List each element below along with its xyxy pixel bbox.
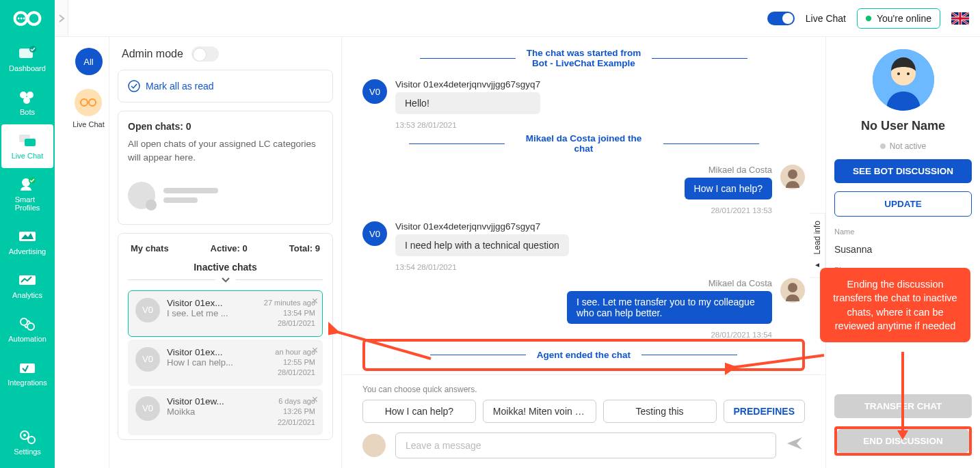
agent-avatar xyxy=(780,278,805,303)
quick-answers-label: You can choose quick answers. xyxy=(362,385,805,394)
my-chats-label: My chats xyxy=(131,243,169,253)
online-status-button[interactable]: You're online xyxy=(857,8,940,29)
nav-smart-profiles[interactable]: SmartProfiles xyxy=(0,168,55,220)
chat-item-preview: I see. Let me ... xyxy=(167,308,257,318)
language-flag-button[interactable] xyxy=(951,12,969,25)
annotation-highlight-end-message: Agent ended the chat xyxy=(362,339,805,371)
nav-integrations[interactable]: Integrations xyxy=(0,351,55,395)
see-bot-discussion-button[interactable]: SEE BOT DISCUSSION xyxy=(834,159,972,183)
filter-livechat-button[interactable] xyxy=(75,89,102,116)
message-timestamp: 13:54 28/01/2021 xyxy=(395,263,805,271)
nav-analytics[interactable]: Analytics xyxy=(0,264,55,307)
message-bubble: Hello! xyxy=(395,92,540,114)
filter-all-button[interactable]: All xyxy=(75,48,103,75)
transfer-chat-button[interactable]: TRANSFER CHAT xyxy=(834,394,972,418)
svg-point-27 xyxy=(788,169,797,179)
end-discussion-button[interactable]: END DISCUSSION xyxy=(837,429,969,453)
chat-item-name: Visitor 01ex... xyxy=(167,347,268,357)
svg-point-28 xyxy=(788,283,797,292)
chevron-down-icon[interactable] xyxy=(221,277,230,284)
chat-item-close-icon[interactable]: × xyxy=(312,394,318,406)
system-message: Mikael da Costa joined the chat xyxy=(362,129,805,158)
svg-point-1 xyxy=(28,12,40,25)
agent-avatar xyxy=(780,165,805,189)
chat-item-date: 28/01/2021 xyxy=(275,368,315,378)
nav-bots[interactable]: Bots xyxy=(0,81,55,124)
svg-point-25 xyxy=(89,99,96,106)
profiles-icon xyxy=(18,176,37,193)
svg-point-32 xyxy=(907,72,910,75)
chat-item-name: Visitor 01ew... xyxy=(167,396,271,407)
expand-sidebar-button[interactable] xyxy=(55,0,68,37)
nav-dashboard[interactable]: Dashboard xyxy=(0,37,55,81)
user-status: Not active xyxy=(834,141,972,151)
settings-icon xyxy=(18,428,37,445)
advertising-icon xyxy=(18,228,37,245)
chat-avatar: V0 xyxy=(135,298,160,322)
nav-livechat[interactable]: Live Chat xyxy=(1,124,53,168)
visitor-name: Visitor 01ex4deterjqnvvjjgg67sgyq7 xyxy=(395,79,540,90)
system-message: The chat was started fromBot - LiveChat … xyxy=(362,44,805,72)
field-label-name: Name xyxy=(834,228,972,236)
svg-point-2 xyxy=(18,18,20,20)
nav-label: Dashboard xyxy=(9,64,46,72)
chat-item-close-icon[interactable]: × xyxy=(312,295,318,307)
message-timestamp: 13:53 28/01/2021 xyxy=(395,121,805,129)
svg-point-31 xyxy=(897,72,900,75)
lead-panel: No User Name Not active SEE BOT DISCUSSI… xyxy=(825,37,980,468)
top-bar: Live Chat You're online xyxy=(55,0,980,37)
livechat-toggle-label: Live Chat xyxy=(806,13,846,24)
send-button[interactable] xyxy=(786,436,805,455)
status-dot-icon xyxy=(866,16,871,21)
message-timestamp: 28/01/2021 13:53 xyxy=(362,206,772,215)
livechat-icon xyxy=(18,133,37,149)
chat-avatar: V0 xyxy=(135,347,160,372)
inactive-chats-header: Inactive chats xyxy=(128,262,323,273)
visitor-avatar: V0 xyxy=(362,221,387,246)
nav-automation[interactable]: Automation xyxy=(0,307,55,351)
chat-list-item[interactable]: V0 Visitor 01ew... Moikka 6 days ago 13:… xyxy=(128,389,323,435)
chat-list-item[interactable]: V0 Visitor 01ex... How I can help... an … xyxy=(128,340,323,386)
mark-all-read-label: Mark all as read xyxy=(146,81,214,92)
filter-livechat-label: Live Chat xyxy=(72,120,104,128)
brand-logo xyxy=(0,0,55,37)
mark-all-read-button[interactable]: Mark all as read xyxy=(128,80,323,92)
chat-list-item[interactable]: V0 Visitor 01ex... I see. Let me ... 27 … xyxy=(128,290,323,337)
quick-answer-button[interactable]: Testing this xyxy=(603,400,717,423)
chat-item-date: 22/01/2021 xyxy=(278,417,315,428)
update-button[interactable]: UPDATE xyxy=(834,191,972,217)
nav-label: Integrations xyxy=(8,378,47,387)
message-input[interactable] xyxy=(395,432,776,458)
livechat-toggle[interactable] xyxy=(767,12,795,25)
chat-item-time: 13:54 PM xyxy=(264,308,315,318)
admin-mode-toggle[interactable] xyxy=(191,46,219,61)
chat-item-name: Visitor 01ex... xyxy=(167,298,257,308)
nav-advertising[interactable]: Advertising xyxy=(0,220,55,264)
nav-settings[interactable]: Settings xyxy=(0,420,55,464)
nav-label: SmartProfiles xyxy=(15,195,40,212)
nav-label: Analytics xyxy=(12,291,42,299)
svg-point-22 xyxy=(28,437,35,443)
message-bubble: How I can help? xyxy=(685,178,772,199)
annotation-callout: Ending the discussion transfers the chat… xyxy=(820,268,970,342)
svg-rect-11 xyxy=(25,139,36,146)
composer: You can choose quick answers. How I can … xyxy=(342,374,825,468)
svg-point-9 xyxy=(23,97,30,104)
online-status-label: You're online xyxy=(877,13,931,24)
filter-column: All Live Chat xyxy=(68,37,109,468)
bots-icon xyxy=(18,89,37,105)
chat-item-time: 13:26 PM xyxy=(278,407,315,417)
visitor-avatar: V0 xyxy=(362,79,387,104)
admin-mode-label: Admin mode xyxy=(122,48,183,60)
quick-answer-button[interactable]: How I can help? xyxy=(362,400,476,423)
chat-item-time: 12:55 PM xyxy=(275,357,315,368)
infinity-icon xyxy=(78,96,98,109)
message-timestamp: 28/01/2021 13:54 xyxy=(362,331,772,339)
dashboard-icon xyxy=(18,45,37,61)
chat-item-close-icon[interactable]: × xyxy=(312,344,318,357)
quick-answer-button[interactable]: Moikka! Miten voin au... xyxy=(483,400,596,423)
nav-label: Automation xyxy=(8,335,47,343)
agent-name: Mikael da Costa xyxy=(708,278,772,288)
predefines-button[interactable]: PREDEFINES xyxy=(724,400,805,423)
user-name: No User Name xyxy=(834,119,972,133)
